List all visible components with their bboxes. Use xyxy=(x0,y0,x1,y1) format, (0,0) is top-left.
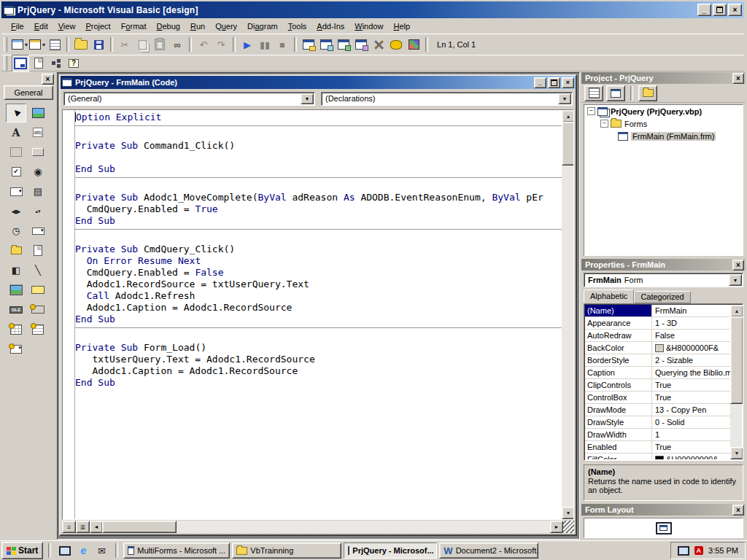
property-name[interactable]: Caption xyxy=(585,367,652,378)
tree-item-forms-folder[interactable]: − Forms xyxy=(584,117,743,130)
restore-button[interactable] xyxy=(713,4,727,16)
add-form-button[interactable]: ▾ xyxy=(29,36,45,52)
form-layout-close-button[interactable]: × xyxy=(732,505,744,516)
property-row[interactable]: BackColor&H8000000F& xyxy=(585,342,730,354)
resize-grip[interactable] xyxy=(563,521,574,533)
find-button[interactable]: ∞ xyxy=(169,36,185,52)
property-value[interactable]: 1 xyxy=(652,430,730,439)
close-button[interactable]: × xyxy=(728,4,742,16)
project-close-button[interactable]: × xyxy=(732,73,744,84)
picturebox-tool[interactable] xyxy=(28,104,47,122)
open-project-button[interactable] xyxy=(73,36,89,52)
scroll-right-icon[interactable]: ► xyxy=(550,521,563,533)
toolbar-grip[interactable] xyxy=(4,56,7,71)
property-value[interactable]: True xyxy=(652,393,730,402)
property-name[interactable]: ClipControls xyxy=(585,379,652,391)
procedure-combobox[interactable]: (Declarations) ▼ xyxy=(321,92,573,106)
data-tool[interactable] xyxy=(28,281,47,299)
taskbar-task-vbtrainning[interactable]: VbTrainning xyxy=(232,542,341,559)
code-text[interactable]: Option ExplicitPrivate Sub Command1_Clic… xyxy=(75,112,562,519)
scroll-down-icon[interactable]: ▼ xyxy=(562,507,574,519)
dropdown-arrow-icon[interactable]: ▾ xyxy=(42,42,45,48)
property-name[interactable]: AutoRedraw xyxy=(585,330,652,341)
checkbox-tool[interactable]: ✔ xyxy=(7,163,26,181)
tree-item-frmmain[interactable]: FrmMain (FmMain.frm) xyxy=(584,130,743,142)
tab-categorized[interactable]: Categorized xyxy=(634,291,690,303)
property-row[interactable]: ClipControlsTrue xyxy=(585,379,730,392)
tree-item-project[interactable]: − PrjQuery (PrjQuery.vbp) xyxy=(584,105,743,117)
optionbutton-tool[interactable]: ◉ xyxy=(28,163,47,181)
menu-debug[interactable]: Debug xyxy=(151,20,185,32)
property-value[interactable]: 0 - Solid xyxy=(652,418,730,427)
property-name[interactable]: FillColor xyxy=(585,454,652,459)
menu-query[interactable]: Query xyxy=(210,20,242,32)
internet-explorer-button[interactable]: e xyxy=(74,542,92,559)
add-project-button[interactable]: ▾ xyxy=(12,36,28,52)
property-row[interactable]: AutoRedrawFalse xyxy=(585,330,730,342)
drivelistbox-tool[interactable] xyxy=(28,222,47,240)
property-row[interactable]: ControlBoxTrue xyxy=(585,392,730,404)
taskbar-task-document2[interactable]: WDocument2 - Microsoft... xyxy=(439,542,538,559)
line-tool[interactable]: ╲ xyxy=(28,262,47,279)
toggle-folders-button[interactable] xyxy=(638,85,657,101)
property-value[interactable]: True xyxy=(652,443,730,451)
toolbox-button[interactable] xyxy=(371,36,387,52)
property-value[interactable]: &H8000000F& xyxy=(652,343,730,352)
horizontal-scroll-thumb[interactable] xyxy=(102,521,177,533)
toolbox-general-tab[interactable]: General xyxy=(4,85,53,100)
view-object-button[interactable] xyxy=(606,85,625,101)
frmmain-node-label[interactable]: FrmMain (FmMain.frm) xyxy=(631,132,716,141)
ati-tray-icon[interactable]: A xyxy=(694,546,704,555)
property-name[interactable]: BorderStyle xyxy=(585,354,652,366)
dropdown-arrow-icon[interactable]: ▾ xyxy=(25,42,28,48)
taskbar-task-prjquery[interactable]: PrjQuery - Microsof... xyxy=(344,542,437,559)
textbox-tool[interactable]: ab| xyxy=(28,124,47,141)
visual-component-manager-button[interactable] xyxy=(406,36,422,52)
property-name[interactable]: Appearance xyxy=(585,317,652,329)
pointer-tool[interactable]: ▶ xyxy=(6,104,26,122)
chevron-down-icon[interactable]: ▼ xyxy=(558,93,571,104)
code-maximize-button[interactable] xyxy=(548,77,560,88)
property-value[interactable]: True xyxy=(652,381,730,389)
shape-tool[interactable]: ◧ xyxy=(7,262,26,279)
property-value[interactable]: Querying the Biblio.m xyxy=(652,368,730,377)
code-vertical-scrollbar[interactable]: ▲ ▼ xyxy=(562,110,573,519)
properties-window-button[interactable] xyxy=(318,36,334,52)
project-explorer-button[interactable] xyxy=(301,36,317,52)
forms-folder-label[interactable]: Forms xyxy=(624,120,647,128)
menu-diagram[interactable]: Diagram xyxy=(242,20,283,32)
property-name[interactable]: DrawMode xyxy=(585,404,652,416)
paste-button[interactable] xyxy=(152,36,168,52)
menu-project[interactable]: Project xyxy=(80,20,115,32)
vertical-scroll-thumb[interactable] xyxy=(562,122,574,166)
menu-add-ins[interactable]: Add-Ins xyxy=(311,20,349,32)
image-tool[interactable] xyxy=(7,281,26,299)
vertical-scroll-thumb[interactable] xyxy=(730,316,743,404)
scroll-up-icon[interactable]: ▲ xyxy=(562,110,574,122)
datagrid-tool[interactable] xyxy=(7,321,26,338)
undo-button[interactable]: ↶ xyxy=(196,36,212,52)
properties-scrollbar[interactable]: ▲ ▼ xyxy=(730,305,742,459)
help-button[interactable]: ? xyxy=(66,55,82,71)
procedure-view-button[interactable]: ≡ xyxy=(62,521,76,533)
property-name[interactable]: Enabled xyxy=(585,441,652,453)
menu-editor-button[interactable] xyxy=(47,36,63,52)
save-project-button[interactable] xyxy=(90,36,107,52)
outlook-button[interactable]: ✉ xyxy=(93,542,110,559)
object-selector-combobox[interactable]: FrmMain Form ▼ xyxy=(584,273,743,287)
property-row[interactable]: FillColor&H00000000& xyxy=(585,454,730,459)
display-tray-icon[interactable] xyxy=(678,546,689,556)
ole-tool[interactable]: OLE xyxy=(7,301,26,319)
end-button[interactable]: ■ xyxy=(274,36,290,52)
menu-edit[interactable]: Edit xyxy=(29,20,53,32)
taskbar-task-multiforms[interactable]: MultiForms - Microsoft ... xyxy=(123,542,230,559)
chevron-down-icon[interactable]: ▼ xyxy=(729,274,742,286)
clock[interactable]: 3:55 PM xyxy=(708,546,738,555)
data-view-window-button[interactable] xyxy=(388,36,404,52)
property-row[interactable]: Appearance1 - 3D xyxy=(585,317,730,330)
break-button[interactable]: ▮▮ xyxy=(257,36,273,52)
property-name[interactable]: BackColor xyxy=(585,342,652,354)
scroll-down-icon[interactable]: ▼ xyxy=(730,447,743,459)
listbox-tool[interactable]: ▤ xyxy=(28,183,47,201)
tab-alphabetic[interactable]: Alphabetic xyxy=(584,289,634,303)
